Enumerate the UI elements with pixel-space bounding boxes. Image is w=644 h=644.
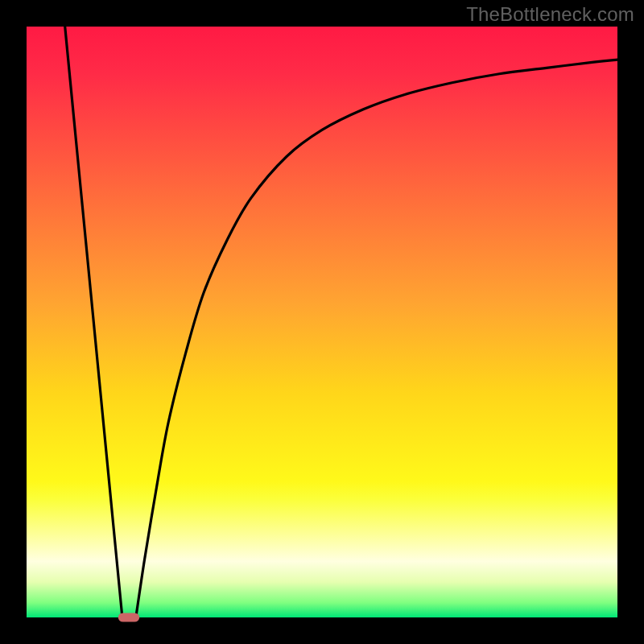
plot-background (27, 27, 617, 617)
optimum-marker (118, 613, 139, 622)
bottleneck-chart (0, 0, 644, 644)
chart-frame: TheBottleneck.com (0, 0, 644, 644)
watermark-text: TheBottleneck.com (466, 3, 634, 26)
